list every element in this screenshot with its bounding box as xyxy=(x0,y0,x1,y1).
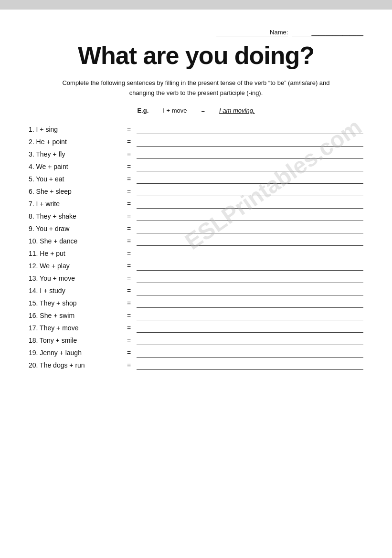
answer-line-8[interactable] xyxy=(137,211,363,221)
answer-line-2[interactable] xyxy=(137,137,363,147)
answer-line-5[interactable] xyxy=(137,174,363,184)
instructions-line1: Complete the following sentences by fill… xyxy=(29,78,363,88)
exercise-equals-16: = xyxy=(124,312,134,319)
exercise-item-10: 10. She + dance= xyxy=(29,236,363,246)
exercise-item-13: 13. You + move= xyxy=(29,274,363,283)
answer-line-1[interactable] xyxy=(137,125,363,134)
answer-line-6[interactable] xyxy=(137,187,363,196)
worksheet-page: Name: _______________ What are you doing… xyxy=(0,10,392,558)
exercise-item-5: 5. You + eat= xyxy=(29,174,363,184)
example-row: E.g. I + move = I am moving. xyxy=(29,107,363,114)
exercise-item-9: 9. You + draw= xyxy=(29,224,363,233)
answer-line-3[interactable] xyxy=(137,149,363,159)
page-title: What are you doing? xyxy=(29,41,363,70)
exercise-label-19: 19. Jenny + laugh xyxy=(29,349,124,357)
answer-line-9[interactable] xyxy=(137,224,363,233)
answer-line-20[interactable] xyxy=(137,360,363,370)
exercise-item-18: 18. Tony + smile= xyxy=(29,336,363,345)
exercise-item-19: 19. Jenny + laugh= xyxy=(29,348,363,358)
exercise-item-16: 16. She + swim= xyxy=(29,311,363,320)
exercise-label-4: 4. We + paint xyxy=(29,163,124,170)
exercise-item-3: 3. They + fly= xyxy=(29,149,363,159)
answer-line-7[interactable] xyxy=(137,199,363,209)
name-underline: _______________ xyxy=(292,29,363,36)
answer-line-11[interactable] xyxy=(137,249,363,258)
exercise-item-1: 1. I + sing= xyxy=(29,125,363,134)
exercise-label-11: 11. He + put xyxy=(29,250,124,257)
exercise-item-17: 17. They + move= xyxy=(29,323,363,333)
exercise-equals-20: = xyxy=(124,361,134,369)
exercise-item-20: 20. The dogs + run= xyxy=(29,360,363,370)
exercise-label-7: 7. I + write xyxy=(29,200,124,208)
exercise-equals-2: = xyxy=(124,138,134,146)
answer-line-10[interactable] xyxy=(137,236,363,246)
instructions: Complete the following sentences by fill… xyxy=(29,78,363,98)
exercise-label-5: 5. You + eat xyxy=(29,175,124,183)
example-expression: I + move xyxy=(163,107,187,114)
name-field: Name: _______________ xyxy=(29,29,363,36)
exercise-label-9: 9. You + draw xyxy=(29,225,124,232)
exercise-equals-5: = xyxy=(124,175,134,183)
name-label: Name: xyxy=(216,29,288,36)
exercise-item-14: 14. I + study= xyxy=(29,286,363,295)
exercise-label-17: 17. They + move xyxy=(29,324,124,332)
exercise-equals-4: = xyxy=(124,163,134,170)
exercise-item-2: 2. He + point= xyxy=(29,137,363,147)
exercise-label-13: 13. You + move xyxy=(29,274,124,282)
exercise-label-1: 1. I + sing xyxy=(29,126,124,133)
exercise-item-12: 12. We + play= xyxy=(29,261,363,271)
exercise-label-10: 10. She + dance xyxy=(29,237,124,245)
exercise-equals-3: = xyxy=(124,150,134,158)
instructions-line2: changing the verb to the present partici… xyxy=(29,88,363,98)
answer-line-12[interactable] xyxy=(137,261,363,271)
exercise-label-2: 2. He + point xyxy=(29,138,124,146)
exercise-equals-18: = xyxy=(124,337,134,344)
example-answer: I am moving. xyxy=(219,107,254,114)
exercise-label-18: 18. Tony + smile xyxy=(29,337,124,344)
answer-line-18[interactable] xyxy=(137,336,363,345)
exercise-label-3: 3. They + fly xyxy=(29,150,124,158)
answer-line-16[interactable] xyxy=(137,311,363,320)
exercise-equals-1: = xyxy=(124,126,134,133)
exercise-equals-14: = xyxy=(124,287,134,295)
answer-line-15[interactable] xyxy=(137,298,363,308)
answer-line-4[interactable] xyxy=(137,162,363,171)
answer-line-19[interactable] xyxy=(137,348,363,358)
exercise-equals-9: = xyxy=(124,225,134,232)
exercise-label-16: 16. She + swim xyxy=(29,312,124,319)
exercise-equals-15: = xyxy=(124,299,134,307)
exercise-item-11: 11. He + put= xyxy=(29,249,363,258)
exercise-equals-10: = xyxy=(124,237,134,245)
exercise-equals-8: = xyxy=(124,212,134,220)
exercise-equals-13: = xyxy=(124,274,134,282)
example-label: E.g. xyxy=(137,107,148,114)
exercise-label-12: 12. We + play xyxy=(29,262,124,270)
exercise-label-6: 6. She + sleep xyxy=(29,188,124,195)
exercise-label-20: 20. The dogs + run xyxy=(29,361,124,369)
exercise-item-8: 8. They + shake= xyxy=(29,211,363,221)
exercise-label-15: 15. They + shop xyxy=(29,299,124,307)
exercise-item-7: 7. I + write= xyxy=(29,199,363,209)
answer-line-13[interactable] xyxy=(137,274,363,283)
exercise-equals-11: = xyxy=(124,250,134,257)
answer-line-14[interactable] xyxy=(137,286,363,295)
exercise-equals-12: = xyxy=(124,262,134,270)
exercise-equals-17: = xyxy=(124,324,134,332)
example-equals: = xyxy=(201,107,205,114)
exercises-list: 1. I + sing=2. He + point=3. They + fly=… xyxy=(29,125,363,370)
exercise-item-6: 6. She + sleep= xyxy=(29,187,363,196)
exercise-item-15: 15. They + shop= xyxy=(29,298,363,308)
exercise-equals-6: = xyxy=(124,188,134,195)
exercise-label-8: 8. They + shake xyxy=(29,212,124,220)
exercise-equals-7: = xyxy=(124,200,134,208)
exercise-item-4: 4. We + paint= xyxy=(29,162,363,171)
exercise-label-14: 14. I + study xyxy=(29,287,124,295)
exercise-equals-19: = xyxy=(124,349,134,357)
answer-line-17[interactable] xyxy=(137,323,363,333)
